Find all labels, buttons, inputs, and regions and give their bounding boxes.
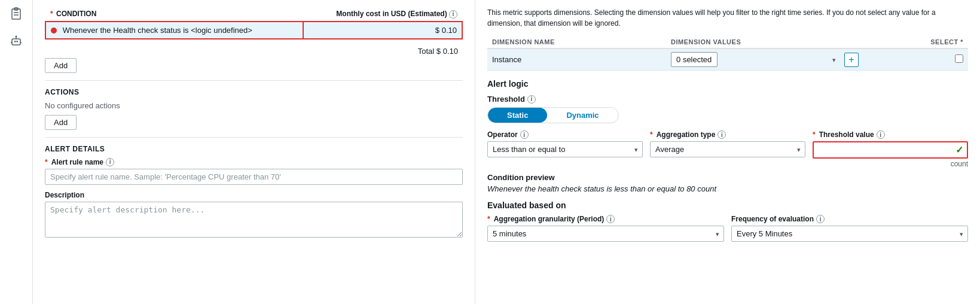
clipboard-icon[interactable] xyxy=(10,7,23,23)
svg-point-8 xyxy=(16,36,17,38)
cost-total: Total $ 0.10 xyxy=(45,44,463,58)
agg-granularity-label: * Aggregation granularity (Period) i xyxy=(487,215,724,223)
dimension-info-text: This metric supports dimensions. Selecti… xyxy=(487,7,968,29)
condition-label-cell[interactable]: Whenever the Health check status is <log… xyxy=(45,22,303,39)
threshold-value-info-icon[interactable]: i xyxy=(877,130,885,139)
condition-preview-section: Condition preview Whenever the health ch… xyxy=(487,173,968,193)
aggregation-select-wrapper: Average xyxy=(650,141,805,157)
evaluated-title: Evaluated based on xyxy=(487,200,968,210)
required-star-5: * xyxy=(487,215,490,223)
threshold-section: Threshold i Static Dynamic xyxy=(487,95,968,123)
condition-header-text: CONDITION xyxy=(56,10,96,18)
condition-preview-title: Condition preview xyxy=(487,173,968,182)
threshold-input-wrapper: 80 ✓ xyxy=(813,141,968,159)
threshold-label-text: Threshold xyxy=(487,95,525,104)
aggregation-label-text: Aggregation type xyxy=(657,130,716,139)
threshold-value-col: * Threshold value i 80 ✓ count xyxy=(813,130,968,168)
alert-details-header: ALERT DETAILS xyxy=(45,145,463,153)
operator-select[interactable]: Less than or equal to xyxy=(487,141,643,157)
required-star-2: * xyxy=(45,158,48,166)
threshold-label: Threshold i xyxy=(487,95,968,104)
actions-header-text: ACTIONS xyxy=(45,88,80,96)
condition-row[interactable]: Whenever the Health check status is <log… xyxy=(45,22,462,39)
dim-col-select: SELECT * xyxy=(863,36,968,48)
left-sidebar xyxy=(0,0,33,304)
freq-select[interactable]: Every 5 Minutes xyxy=(731,226,968,242)
threshold-value-input[interactable]: 80 xyxy=(814,142,967,157)
svg-rect-4 xyxy=(12,39,20,45)
divider-2 xyxy=(45,137,463,138)
condition-row-label: Whenever the Health check status is <log… xyxy=(63,26,252,35)
alert-rule-name-input[interactable] xyxy=(45,169,463,185)
alert-logic-section: Alert logic Threshold i Static Dynamic O… xyxy=(487,79,968,242)
condition-preview-text: Whenever the health check status is less… xyxy=(487,184,968,193)
cost-header-text: Monthly cost in USD (Estimated) xyxy=(336,10,447,18)
description-label: Description xyxy=(45,191,463,199)
actions-add-button[interactable]: Add xyxy=(45,115,77,130)
condition-section: * CONDITION Monthly cost in USD (Estimat… xyxy=(45,7,463,73)
alert-rule-name-label-text: Alert rule name xyxy=(51,158,103,166)
dim-select-wrapper: 0 selected + xyxy=(671,52,859,67)
alert-details-section: ALERT DETAILS * Alert rule name i Descri… xyxy=(45,145,463,239)
condition-indicator xyxy=(51,28,57,34)
operator-agg-threshold-row: Operator i Less than or equal to * Aggre… xyxy=(487,130,968,168)
condition-cost-cell: $ 0.10 xyxy=(303,22,462,39)
agg-granularity-select[interactable]: 5 minutes xyxy=(487,226,724,242)
actions-header: ACTIONS xyxy=(45,88,463,96)
freq-label-text: Frequency of evaluation xyxy=(731,215,814,223)
evaluated-section: Evaluated based on * Aggregation granula… xyxy=(487,200,968,242)
agg-granularity-info-icon[interactable]: i xyxy=(606,215,615,223)
alert-rule-name-label: * Alert rule name i xyxy=(45,158,463,166)
operator-col: Operator i Less than or equal to xyxy=(487,130,643,157)
condition-header: * CONDITION xyxy=(45,7,303,22)
description-textarea[interactable] xyxy=(45,202,463,238)
condition-add-button[interactable]: Add xyxy=(45,58,77,73)
svg-rect-5 xyxy=(14,41,16,42)
dim-col-name: DIMENSION NAME xyxy=(487,36,666,48)
operator-label-text: Operator xyxy=(487,130,518,139)
alert-logic-title: Alert logic xyxy=(487,79,968,89)
freq-col: Frequency of evaluation i Every 5 Minute… xyxy=(731,215,968,242)
cost-header: Monthly cost in USD (Estimated) i xyxy=(303,7,462,22)
operator-info-icon[interactable]: i xyxy=(520,130,529,139)
dim-select-container: 0 selected xyxy=(671,52,841,67)
agg-granularity-label-text: Aggregation granularity (Period) xyxy=(494,215,605,223)
no-actions-label: No configured actions xyxy=(45,101,463,110)
robot-icon[interactable] xyxy=(10,34,23,50)
freq-info-icon[interactable]: i xyxy=(816,215,825,223)
freq-select-wrapper: Every 5 Minutes xyxy=(731,226,968,242)
dim-instance-values[interactable]: 0 selected + xyxy=(666,48,863,71)
main-left-panel: * CONDITION Monthly cost in USD (Estimat… xyxy=(33,0,475,304)
alert-details-header-text: ALERT DETAILS xyxy=(45,145,105,153)
description-label-text: Description xyxy=(45,191,84,199)
alert-rule-name-info-icon[interactable]: i xyxy=(106,158,114,166)
threshold-info-icon[interactable]: i xyxy=(527,95,536,104)
required-star-4: * xyxy=(813,130,816,139)
divider-1 xyxy=(45,80,463,81)
required-star-3: * xyxy=(650,130,653,139)
eval-row: * Aggregation granularity (Period) i 5 m… xyxy=(487,215,968,242)
aggregation-select[interactable]: Average xyxy=(650,141,805,157)
dim-instance-checkbox[interactable] xyxy=(955,54,963,63)
condition-table: * CONDITION Monthly cost in USD (Estimat… xyxy=(45,7,463,39)
required-star: * xyxy=(50,10,53,18)
threshold-unit: count xyxy=(813,160,968,168)
threshold-value-label: * Threshold value i xyxy=(813,130,968,139)
threshold-value-label-text: Threshold value xyxy=(819,130,874,139)
right-panel: This metric supports dimensions. Selecti… xyxy=(475,0,980,304)
dynamic-toggle-button[interactable]: Dynamic xyxy=(547,108,618,123)
dim-select-checkbox-cell xyxy=(863,48,968,71)
dim-instance-name: Instance xyxy=(487,48,666,71)
dim-instance-select[interactable]: 0 selected xyxy=(671,52,718,67)
aggregation-col: * Aggregation type i Average xyxy=(650,130,805,157)
dimension-instance-row: Instance 0 selected + xyxy=(487,48,968,71)
dim-add-button[interactable]: + xyxy=(844,53,859,67)
operator-label: Operator i xyxy=(487,130,643,139)
static-toggle-button[interactable]: Static xyxy=(488,108,547,123)
agg-granularity-select-wrapper: 5 minutes xyxy=(487,226,724,242)
cost-info-icon[interactable]: i xyxy=(449,10,457,19)
condition-row-cost: $ 0.10 xyxy=(435,26,457,35)
aggregation-info-icon[interactable]: i xyxy=(718,130,726,139)
agg-granularity-col: * Aggregation granularity (Period) i 5 m… xyxy=(487,215,724,242)
operator-select-wrapper: Less than or equal to xyxy=(487,141,643,157)
